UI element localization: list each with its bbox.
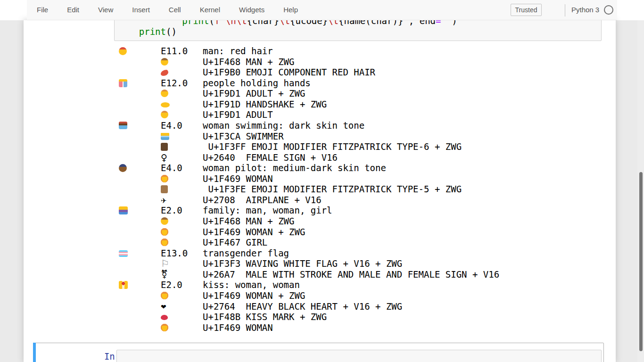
emoji-name: man: red hair (203, 46, 273, 57)
skin-type-6-icon (161, 143, 168, 151)
output-row: E13.0transgender flag (116, 248, 611, 259)
codepoint-text: U+1F3CA SWIMMER (203, 131, 284, 142)
menu-cell[interactable]: Cell (169, 0, 181, 20)
output-row: E12.0people holding hands (116, 78, 611, 89)
codepoint-text: U+2764 HEAVY BLACK HEART + V16 + ZWG (203, 301, 402, 312)
codepoint-text: U+1F469 WOMAN + ZWG (203, 290, 305, 301)
output-row: U+1F468 MAN + ZWG (116, 57, 611, 67)
output-row: E11.0man: red hair (116, 46, 611, 57)
red-hair-icon (161, 70, 168, 76)
menu-widgets[interactable]: Widgets (239, 0, 264, 20)
adult-icon (161, 90, 168, 97)
output-row: U+1F469 WOMAN (116, 173, 611, 184)
output-row: U+1F9D1 ADULT + ZWG (116, 88, 611, 99)
output-row: ✈U+2708 AIRPLANE + V16 (116, 195, 611, 206)
output-row: U+1F469 WOMAN + ZWG (116, 290, 611, 301)
selected-cell[interactable]: In [ ]: (33, 343, 604, 362)
output-row: U+1F91D HANDSHAKE + ZWG (116, 99, 611, 110)
codepoint-text: U+1F467 GIRL (203, 237, 267, 248)
emoji-name: kiss: woman, woman (203, 280, 300, 290)
menu-file[interactable]: File (37, 0, 48, 20)
output-row: U+1F467 GIRL (116, 237, 611, 248)
output-row: ❤U+2764 HEAVY BLACK HEART + V16 + ZWG (116, 301, 611, 312)
white-flag-icon: ⚐ (161, 258, 169, 269)
woman-icon (161, 228, 168, 236)
man-icon (161, 58, 168, 66)
menubar-items: FileEditViewInsertCellKernelWidgetsHelp (37, 0, 317, 20)
emoji-version: E13.0 (161, 248, 188, 259)
codepoint-text: U+1F9D1 ADULT (203, 109, 273, 120)
codepoint-text: U+2640 FEMALE SIGN + V16 (203, 152, 338, 163)
people-holding-hands-icon (119, 79, 127, 87)
emoji-version: E2.0 (161, 205, 182, 216)
kernel-divider (565, 4, 565, 16)
woman-icon (161, 324, 168, 331)
emoji-name: transgender flag (203, 248, 289, 259)
codepoint-text: U+1F469 WOMAN + ZWG (203, 227, 305, 238)
scrollbar-thumb[interactable] (639, 172, 643, 351)
codepoint-text: U+1F9B0 EMOJI COMPONENT RED HAIR (203, 67, 375, 78)
emoji-name: people holding hands (203, 78, 311, 89)
kernel-idle-icon (604, 5, 613, 15)
output-row: U+1F3FF EMOJI MODIFIER FITZPATRICK TYPE-… (116, 141, 611, 152)
codepoint-text: U+1F469 WOMAN (203, 322, 273, 333)
output-row: U+1F48B KISS MARK + ZWG (116, 312, 611, 322)
swimmer-icon (161, 132, 169, 140)
output-area: E11.0man: red hairU+1F468 MAN + ZWGU+1F9… (116, 46, 611, 333)
skin-type-5-icon (161, 185, 168, 193)
heavy-black-heart-icon: ❤ (161, 302, 166, 313)
output-row: ♀U+2640 FEMALE SIGN + V16 (116, 152, 611, 163)
codepoint-text: U+1F468 MAN + ZWG (203, 57, 294, 67)
trusted-button[interactable]: Trusted (511, 4, 542, 16)
codepoint-text: U+1F48B KISS MARK + ZWG (203, 312, 327, 322)
output-row: E2.0family: man, woman, girl (116, 205, 611, 216)
emoji-version: E12.0 (161, 78, 188, 89)
kiss-mark-icon (161, 315, 168, 320)
menu-help[interactable]: Help (283, 0, 298, 20)
output-row: E4.0woman pilot: medium-dark skin tone (116, 163, 611, 173)
woman-icon (161, 175, 168, 182)
man-red-hair-icon (119, 47, 127, 55)
codepoint-text: U+1F468 MAN + ZWG (203, 216, 294, 227)
menubar: FileEditViewInsertCellKernelWidgetsHelp … (27, 0, 617, 20)
menu-kernel[interactable]: Kernel (200, 0, 220, 20)
airplane-icon: ✈ (161, 196, 167, 206)
codepoint-text: U+1F91D HANDSHAKE + ZWG (203, 99, 327, 110)
kernel-name: Python 3 (571, 6, 599, 14)
transgender-flag-icon (119, 250, 128, 257)
emoji-name: woman pilot: medium-dark skin tone (203, 163, 386, 173)
emoji-version: E4.0 (161, 120, 182, 131)
scrollbar-track[interactable] (637, 20, 644, 362)
emoji-name: family: man, woman, girl (203, 205, 332, 216)
handshake-icon (161, 102, 170, 107)
menu-view[interactable]: View (98, 0, 113, 20)
codepoint-text: U+1F3F3 WAVING WHITE FLAG + V16 + ZWG (203, 258, 402, 269)
cell-input-area[interactable] (116, 350, 602, 362)
kiss-woman-woman-icon (119, 281, 128, 289)
output-row: E4.0woman swimming: dark skin tone (116, 120, 611, 131)
emoji-name: woman swimming: dark skin tone (203, 120, 364, 131)
emoji-version: E11.0 (161, 46, 188, 57)
woman-icon (161, 292, 168, 299)
adult-icon (161, 111, 168, 118)
codepoint-text: U+1F469 WOMAN (203, 173, 273, 184)
menu-insert[interactable]: Insert (132, 0, 150, 20)
emoji-version: E4.0 (161, 163, 182, 173)
emoji-version: E2.0 (161, 280, 182, 290)
output-row: U+1F469 WOMAN + ZWG (116, 227, 611, 238)
output-row: U+1F468 MAN + ZWG (116, 216, 611, 227)
codepoint-text: U+26A7 MALE WITH STROKE AND MALE AND FEM… (203, 269, 499, 280)
output-row: U+1F3FE EMOJI MODIFIER FITZPATRICK TYPE-… (116, 184, 611, 195)
output-row: U+1F469 WOMAN (116, 322, 611, 333)
codepoint-text: U+2708 AIRPLANE + V16 (203, 195, 322, 206)
output-row: U+1F3CA SWIMMER (116, 131, 611, 142)
output-row: E2.0kiss: woman, woman (116, 280, 611, 290)
codepoint-text: U+1F3FE EMOJI MODIFIER FITZPATRICK TYPE-… (203, 184, 462, 195)
codepoint-text: U+1F3FF EMOJI MODIFIER FITZPATRICK TYPE-… (203, 141, 462, 152)
menu-edit[interactable]: Edit (67, 0, 79, 20)
male-with-stroke-and-male-and-female-sign-icon: ⚧ (161, 269, 168, 280)
codepoint-text: U+1F9D1 ADULT + ZWG (203, 88, 305, 99)
woman-swimming-dark-icon (119, 122, 127, 129)
girl-icon (161, 239, 168, 246)
female-sign-icon: ♀ (161, 152, 167, 163)
